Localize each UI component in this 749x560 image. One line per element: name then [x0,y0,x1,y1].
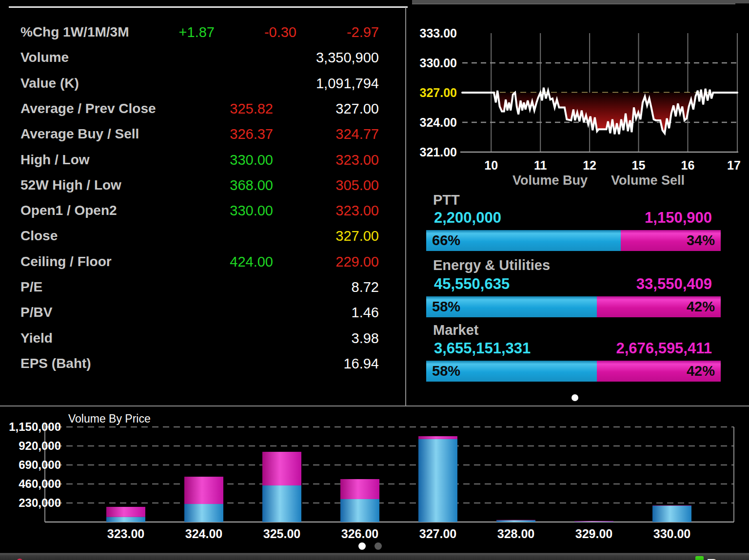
vbp-buy-bar [262,485,301,522]
stat-row: Open1 / Open2330.00323.00 [10,198,400,223]
stat-value: 327.00 [267,223,379,249]
intraday-x-tick: 12 [572,158,607,173]
buy-percent-label: 58% [426,299,466,315]
intraday-y-tick: 330.00 [411,56,457,70]
vbp-x-tick: 329.00 [562,526,626,541]
stat-value: 323.00 [267,198,379,223]
sell-percent-label: 42% [681,363,721,379]
stat-value: 424.00 [161,249,273,274]
intraday-x-tick: 15 [622,158,656,173]
vbp-sell-bar [652,505,691,506]
buy-sell-ratio-bar: 66%34% [426,230,721,251]
sell-segment: 34% [621,230,721,251]
stat-row: P/BV1.46 [10,300,400,325]
intraday-x-tick: 11 [523,158,557,173]
stock-quote-screen: %Chg 1W/1M/3M+1.87-0.30-2.97Volume3,350,… [0,0,749,560]
stat-label: P/BV [20,300,52,325]
intraday-y-tick: 333.00 [411,26,457,40]
intraday-y-tick: 327.00 [411,85,457,100]
stat-row: Close327.00 [10,223,400,249]
intraday-x-tick: 10 [474,158,508,173]
vbp-x-tick: 324.00 [172,526,236,541]
intraday-y-tick: 324.00 [411,115,457,130]
sell-volume-value: 1,150,900 [645,210,712,226]
broker-logo-icon [695,556,704,560]
flow-section-title: Market [433,322,479,338]
stat-row: Yield3.98 [10,326,400,351]
buy-volume-value: 3,655,151,331 [434,340,531,357]
stat-label: Open1 / Open2 [20,198,117,223]
flow-section-title: Energy & Utilities [433,257,550,273]
volume-by-price-chart [0,407,749,526]
sell-volume-value: 33,550,409 [636,276,712,292]
vbp-x-tick: 325.00 [250,526,314,541]
stat-label: P/E [20,274,42,300]
stat-value: 229.00 [267,249,379,274]
vbp-buy-bar [418,439,457,522]
intraday-x-tick: 16 [670,158,705,173]
buy-segment: 58% [426,361,597,382]
vbp-x-tick: 323.00 [94,526,158,541]
vbp-y-tick: 920,000 [3,439,61,453]
vbp-sell-bar [418,436,457,439]
vbp-y-tick: 460,000 [3,477,61,491]
stat-label: Close [20,223,58,249]
vbp-buy-bar [496,521,535,522]
intraday-x-tick: 17 [717,158,749,173]
vbp-x-tick: 327.00 [406,526,470,541]
intraday-y-tick: 321.00 [411,145,457,159]
bottom-toolbar [0,553,749,560]
stat-row: Ceiling / Floor424.00229.00 [10,249,400,274]
legend-volume-sell: Volume Sell [611,173,685,188]
stat-label: Yield [20,326,53,351]
page-dot-active[interactable] [358,542,366,550]
stat-label: Ceiling / Floor [20,249,112,274]
stat-row: EPS (Baht)16.94 [10,351,400,376]
chart-page-indicator[interactable] [358,542,393,550]
vbp-sell-bar [184,477,223,504]
vbp-x-tick: 328.00 [484,526,548,541]
page-dot-inactive[interactable] [374,542,382,550]
flow-section-title: PTT [433,192,460,208]
vbp-sell-bar [574,521,613,521]
vbp-sell-bar [106,507,145,517]
volume-legend: Volume Buy Volume Sell [458,173,739,188]
vbp-buy-bar [340,499,379,522]
stat-value: 16.94 [267,351,379,376]
buy-segment: 58% [426,296,597,317]
vbp-buy-bar [652,506,691,522]
vbp-x-tick: 330.00 [640,526,704,541]
vbp-buy-bar [184,504,223,522]
buy-volume-value: 2,200,000 [434,210,501,226]
buy-sell-volume-panel: PTT2,200,0001,150,90066%34%Energy & Util… [425,190,721,385]
buy-sell-ratio-bar: 58%42% [426,361,721,382]
panel-page-indicator-dot[interactable] [572,394,578,401]
vbp-sell-bar [262,452,301,485]
stat-value: 8.72 [267,274,379,300]
stat-value: 1.46 [267,300,379,325]
buy-percent-label: 66% [426,232,466,249]
vbp-sell-bar [496,520,535,521]
sell-volume-value: 2,676,595,411 [616,340,712,357]
buy-percent-label: 58% [426,363,466,379]
sell-segment: 42% [597,296,721,317]
buy-sell-ratio-bar: 58%42% [426,296,721,317]
horizontal-divider [0,406,749,406]
sell-percent-label: 34% [681,232,721,249]
stat-value: 330.00 [161,198,273,223]
buy-segment: 66% [426,230,621,251]
sell-segment: 42% [597,361,721,382]
stat-value: 3.98 [267,326,379,351]
legend-volume-buy: Volume Buy [512,173,588,188]
vbp-y-tick: 230,000 [3,496,61,510]
vbp-sell-bar [340,479,379,499]
vbp-x-tick: 326.00 [328,526,392,541]
stat-label: EPS (Baht) [20,351,91,376]
vbp-buy-bar [106,517,145,522]
broker-logo-letter: B [707,557,718,560]
stat-row: P/E8.72 [10,274,400,300]
vbp-y-tick: 690,000 [3,458,61,472]
sell-percent-label: 42% [681,299,721,315]
vbp-buy-bar [574,521,613,522]
vbp-y-tick: 1,150,000 [3,420,61,434]
